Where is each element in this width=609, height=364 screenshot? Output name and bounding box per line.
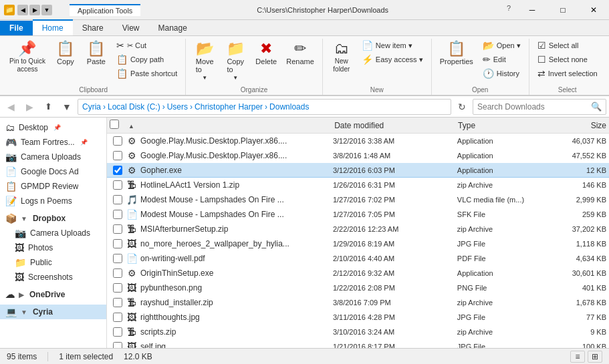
table-row[interactable]: 🖼 rightthoughts.jpg 3/11/2016 4:28 PM JP… <box>107 310 609 325</box>
row-checkbox[interactable] <box>113 224 122 234</box>
close-btn[interactable]: ✕ <box>578 0 609 20</box>
sidebar-item-screenshots[interactable]: 🖼 Screenshots <box>0 270 106 285</box>
new-folder-button[interactable]: 🗂 Newfolder <box>327 39 356 76</box>
row-checkbox[interactable] <box>113 313 122 322</box>
sidebar-item-camera2[interactable]: 📷 Camera Uploads <box>0 226 106 240</box>
sidebar-item-logs[interactable]: 📝 Logs n Poems <box>0 194 106 208</box>
row-checkbox[interactable] <box>113 298 122 307</box>
bc-christopher[interactable]: Christopher Harper <box>195 102 263 112</box>
organize-label: Organize <box>190 85 318 95</box>
table-row[interactable]: ⚙ Google.Play.Music.Desktop.Player.x86..… <box>107 148 609 163</box>
file-type-cell: zip Archive <box>457 328 540 336</box>
col-header-name[interactable]: ▲ <box>126 121 334 130</box>
row-checkbox[interactable] <box>113 283 122 293</box>
easy-access-button[interactable]: ⚡ Easy access ▾ <box>358 53 427 66</box>
table-row[interactable]: 🖼 self.jpg 1/21/2016 8:17 PM JPG File 10… <box>107 339 609 348</box>
bc-users[interactable]: Users <box>167 102 188 112</box>
copy-to-button[interactable]: 📁 Copyto ▼ <box>221 39 250 83</box>
row-checkbox[interactable] <box>113 254 122 263</box>
table-row[interactable]: ⚙ Google.Play.Music.Desktop.Player.x86..… <box>107 134 609 148</box>
sidebar-item-gpmdp[interactable]: 📋 GPMDP Review <box>0 179 106 194</box>
recent-locations-btn[interactable]: ▼ <box>59 99 75 115</box>
table-row[interactable]: 🖼 no_more_heroes_2_wallpaper_by_hylia...… <box>107 236 609 251</box>
tab-manage[interactable]: Manage <box>149 21 197 35</box>
sidebar-item-desktop[interactable]: 🗂 Desktop 📌 <box>0 120 106 135</box>
row-checkbox[interactable] <box>113 342 122 349</box>
invert-label: Invert selection <box>548 69 598 77</box>
row-checkbox[interactable] <box>113 239 122 248</box>
table-row[interactable]: ⚙ Gopher.exe 3/12/2016 6:03 PM Applicati… <box>107 163 609 178</box>
help-btn[interactable]: ? <box>501 0 517 16</box>
row-checkbox[interactable] <box>113 151 122 160</box>
tab-file[interactable]: File <box>0 21 33 35</box>
paste-button[interactable]: 📋 Paste <box>82 39 111 68</box>
back-btn[interactable]: ◀ <box>3 99 19 115</box>
row-checkbox[interactable] <box>113 136 122 146</box>
cut-button[interactable]: ✂ ✂ Cut <box>112 39 181 52</box>
table-row[interactable]: 📄 Modest Mouse - Lampshades On Fire ... … <box>107 207 609 222</box>
row-checkbox[interactable] <box>113 268 122 278</box>
up-btn[interactable]: ⬆ <box>40 99 56 115</box>
paste-shortcut-button[interactable]: 📋 Paste shortcut <box>112 67 181 80</box>
pin-button[interactable]: 📌 Pin to Quickaccess <box>5 39 49 76</box>
fwd-btn[interactable]: ▶ <box>21 99 37 115</box>
down-quick-btn[interactable]: ▼ <box>41 5 52 15</box>
edit-button[interactable]: ✏ Edit <box>479 53 525 66</box>
sidebar: 🗂 Desktop 📌 🎮 Team Fortres... 📌 📷 Camera… <box>0 118 107 348</box>
bc-downloads[interactable]: Downloads <box>269 102 309 112</box>
tab-home[interactable]: Home <box>33 19 73 35</box>
invert-selection-button[interactable]: ⇄ Invert selection <box>533 67 602 80</box>
select-all-button[interactable]: ☑ Select all <box>533 39 602 52</box>
table-row[interactable]: 🗜 HotlineLAAct1 Version 1.zip 1/26/2016 … <box>107 178 609 192</box>
tab-share[interactable]: Share <box>73 21 113 35</box>
col-header-size[interactable]: Size <box>540 121 606 130</box>
sidebar-item-camera[interactable]: 📷 Camera Uploads <box>0 150 106 164</box>
file-name-cell: 🖼 self.jpg <box>126 341 333 349</box>
select-all-checkbox[interactable] <box>110 120 119 129</box>
search-box[interactable]: 🔍 <box>473 99 606 115</box>
table-row[interactable]: 🎵 Modest Mouse - Lampshades On Fire ... … <box>107 192 609 207</box>
maximize-btn[interactable]: □ <box>547 0 578 20</box>
bc-local-disk[interactable]: Local Disk (C:) <box>108 102 160 112</box>
sidebar-item-googledocs[interactable]: 📄 Google Docs Ad <box>0 164 106 179</box>
table-row[interactable]: 📄 on-writing-well.pdf 2/10/2016 4:40 AM … <box>107 251 609 266</box>
open-button[interactable]: 📂 Open ▾ <box>479 39 525 52</box>
sidebar-item-cyria[interactable]: 💻 ▼ Cyria <box>0 305 106 319</box>
sidebar-item-dropbox[interactable]: 📦 ▼ Dropbox <box>0 211 106 226</box>
table-row[interactable]: ⚙ OriginThinSetup.exe 2/12/2016 9:32 AM … <box>107 266 609 281</box>
refresh-btn[interactable]: ↻ <box>454 99 470 115</box>
bc-cyria[interactable]: Cyria <box>82 102 101 112</box>
sidebar-item-public[interactable]: 📁 Public <box>0 255 106 270</box>
row-checkbox[interactable] <box>113 180 122 190</box>
table-row[interactable]: 🗜 MSIAfterburnerSetup.zip 2/22/2016 12:2… <box>107 222 609 236</box>
row-checkbox[interactable] <box>113 166 122 175</box>
properties-button[interactable]: 📋 Properties <box>436 39 477 68</box>
minimize-btn[interactable]: ─ <box>517 0 547 20</box>
copy-path-button[interactable]: 📋 Copy path <box>112 53 181 66</box>
sidebar-item-teamfortress[interactable]: 🎮 Team Fortres... 📌 <box>0 135 106 150</box>
table-row[interactable]: 🗜 rayshud_installer.zip 3/8/2016 7:09 PM… <box>107 295 609 310</box>
table-row[interactable]: 🗜 scripts.zip 3/10/2016 3:24 AM zip Arch… <box>107 325 609 339</box>
sidebar-item-photos[interactable]: 🖼 Photos <box>0 240 106 255</box>
row-checkbox[interactable] <box>113 327 122 337</box>
back-quick-btn[interactable]: ◀ <box>17 5 28 15</box>
col-header-type[interactable]: Type <box>458 121 540 130</box>
fwd-quick-btn[interactable]: ▶ <box>29 5 40 15</box>
large-icons-view-btn[interactable]: ⊞ <box>588 351 602 363</box>
sidebar-item-onedrive[interactable]: ☁ ▶ OneDrive <box>0 287 106 302</box>
breadcrumb[interactable]: Cyria › Local Disk (C:) › Users › Christ… <box>78 99 451 115</box>
col-header-date[interactable]: Date modified <box>334 121 458 130</box>
history-button[interactable]: 🕐 History <box>479 67 525 80</box>
copy-button[interactable]: 📋 Copy <box>51 39 80 68</box>
table-row[interactable]: 🖼 pybuntheson.png 1/22/2016 2:08 PM PNG … <box>107 281 609 295</box>
new-item-button[interactable]: 📄 New item ▾ <box>358 39 427 52</box>
row-checkbox[interactable] <box>113 210 122 219</box>
row-checkbox[interactable] <box>113 195 122 204</box>
delete-button[interactable]: ✖ Delete <box>251 39 281 68</box>
rename-button[interactable]: ✏ Rename <box>282 39 318 68</box>
select-none-button[interactable]: ☐ Select none <box>533 53 602 66</box>
search-input[interactable] <box>477 102 591 112</box>
tab-view[interactable]: View <box>113 21 149 35</box>
details-view-btn[interactable]: ≡ <box>570 351 585 363</box>
move-to-button[interactable]: 📂 Moveto ▼ <box>190 39 219 83</box>
